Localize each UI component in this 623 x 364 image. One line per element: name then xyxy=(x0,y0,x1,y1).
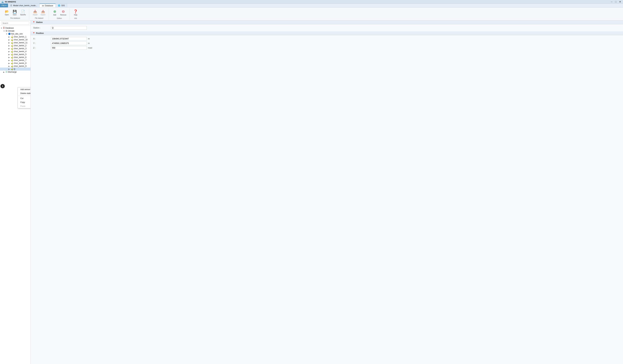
tree-item-chon-kemin-10[interactable]: ▶ ⛳ chon_kemin_10 xyxy=(0,38,30,41)
toolbar-section-info: ❓ Help Info xyxy=(70,8,81,20)
station-header-icon: 📍 xyxy=(33,21,35,23)
tree-item-chon-kemin-2[interactable]: ▶ ⛳ chon_kemin_2 xyxy=(0,44,30,47)
tree-item-chon-kemin-5[interactable]: ▶ ⛳ chon_kemin_5 xyxy=(0,53,30,56)
tab-database-label: Database xyxy=(45,4,53,7)
help-label: Help xyxy=(74,14,77,16)
tree-label-discharge: Discharge xyxy=(8,71,17,73)
tree-arrow-ck2[interactable]: ▶ xyxy=(8,45,10,47)
remove-button[interactable]: ⊖ Remove xyxy=(59,9,68,17)
station-value-input[interactable] xyxy=(51,26,87,30)
position-section: 📍 Position X : m Y : m Z : masl xyxy=(31,31,623,51)
tree-arrow-ck11[interactable]: ▶ xyxy=(8,42,10,44)
tree-arrow-ck1[interactable]: ▶ xyxy=(8,36,10,38)
station-section: 📍 Station Station : xyxy=(31,20,623,31)
file-database-label: File database xyxy=(10,17,20,19)
tree-item-q[interactable]: ▶ ⛳ Q xyxy=(0,68,30,71)
close-button[interactable]: ✕ xyxy=(619,0,622,3)
ctx-paste: Paste xyxy=(18,104,31,108)
file-menu[interactable]: File ▾ xyxy=(0,4,8,7)
tree-item-chon-kemin-9[interactable]: ▶ ⛳ chon_kemin_9 xyxy=(0,65,30,68)
tree-item-chon-kemin-7[interactable]: ▶ ⛳ chon_kemin_7 xyxy=(0,59,30,62)
tab-gis[interactable]: 🌐 GIS xyxy=(56,4,67,7)
tab-model[interactable]: 🗒 Model chon_kemin_mode... xyxy=(8,4,40,7)
saveas-label: SaveAs xyxy=(20,14,26,16)
station-icon-6: ⛳ xyxy=(11,56,13,59)
tree-arrow-hist[interactable]: ▼ xyxy=(6,33,8,35)
tree-item-climate[interactable]: ▼ ☰ Climate xyxy=(0,29,30,32)
tree-arrow-ck7[interactable]: ▶ xyxy=(8,60,10,61)
ctx-add-sensor[interactable]: Add sensor xyxy=(18,87,31,91)
tree-item-chon-kemin-11[interactable]: ▶ ⛳ chon_kemin_11 xyxy=(0,41,30,44)
maximize-button[interactable]: □ xyxy=(615,0,617,3)
tree-item-discharge[interactable]: ▶ ☰ Discharge xyxy=(0,71,30,73)
tree-arrow-q[interactable]: ▶ xyxy=(8,68,10,70)
tree-item-chon-kemin-4[interactable]: ▶ ⛳ chon_kemin_4 xyxy=(0,50,30,53)
tab-database[interactable]: 🗃 Database xyxy=(40,4,56,7)
open-button[interactable]: 📂 Open xyxy=(3,9,10,16)
tree-item-chon-kemin-3[interactable]: ▶ ⛳ chon_kemin_3 xyxy=(0,47,30,50)
tree-arrow-ck9[interactable]: ▶ xyxy=(8,65,10,67)
search-input[interactable] xyxy=(1,21,29,25)
import-button[interactable]: 📥 Import xyxy=(31,9,39,16)
tree-arrow-discharge[interactable]: ▶ xyxy=(3,71,5,73)
station-icon-7: ⛳ xyxy=(11,59,13,61)
tree-arrow-ck5[interactable]: ▶ xyxy=(8,54,10,55)
tree-item-chon-kemin-1[interactable]: ▶ ⛳ chon_kemin_1 xyxy=(0,35,30,38)
tree-arrow-ck4[interactable]: ▶ xyxy=(8,51,10,52)
station-icon-5: ⛳ xyxy=(11,53,13,56)
tree-item-chon-kemin-6[interactable]: ▶ ⛳ chon_kemin_6 xyxy=(0,56,30,59)
tree-item-database[interactable]: ▼ 🗄 Database xyxy=(0,26,30,29)
ctx-delete-station[interactable]: Delete station xyxy=(18,91,31,95)
tree-arrow-ck6[interactable]: ▶ xyxy=(8,57,10,58)
search-box xyxy=(0,20,30,26)
discharge-icon: ☰ xyxy=(5,71,7,73)
tree-arrow-ck10[interactable]: ▶ xyxy=(8,39,10,41)
export-label: Export xyxy=(41,14,45,16)
content-area: 📍 Station Station : 📍 Position X : m xyxy=(31,20,623,364)
context-menu: Add sensor Delete station Cut Copy Paste xyxy=(18,87,31,108)
z-value-input[interactable] xyxy=(51,46,87,50)
y-field-row: Y : m xyxy=(31,41,623,46)
export-button[interactable]: 📤 Export xyxy=(40,9,47,16)
station-icon-10: ⛳ xyxy=(11,39,13,41)
station-section-header: 📍 Station xyxy=(31,20,623,24)
save-button[interactable]: 💾 Save xyxy=(11,9,18,16)
position-section-body: X : m Y : m Z : masl xyxy=(31,35,623,51)
add-button[interactable]: ⊕ Add xyxy=(51,9,58,17)
tab-gis-label: GIS xyxy=(61,4,65,7)
x-value-input[interactable] xyxy=(51,37,87,40)
help-button[interactable]: ❓ Help xyxy=(72,9,79,17)
main-layout: 1 ▼ 🗄 Database ▼ ☰ Climate ▼ 🔵 hist_obs_… xyxy=(0,20,623,364)
tree-arrow-climate[interactable]: ▼ xyxy=(3,30,5,32)
z-unit: masl xyxy=(88,47,92,49)
x-field-row: X : m xyxy=(31,37,623,41)
tree-arrow-database[interactable]: ▼ xyxy=(1,27,3,29)
y-value-input[interactable] xyxy=(51,41,87,45)
remove-label: Remove xyxy=(60,14,66,16)
x-unit: m xyxy=(88,38,90,40)
tree-arrow-ck8[interactable]: ▶ xyxy=(8,62,10,64)
hist-icon: 🔵 xyxy=(8,33,11,35)
tree-label-ck7: chon_kemin_7 xyxy=(14,59,26,61)
window-controls: ─ □ ✕ xyxy=(610,0,622,3)
tree-label-ck1: chon_kemin_1 xyxy=(14,36,26,38)
minimize-button[interactable]: ─ xyxy=(610,0,613,3)
ctx-cut[interactable]: Cut xyxy=(18,96,31,100)
tree-item-hist-obs-rsm[interactable]: ▼ 🔵 hist_obs_rsm xyxy=(0,32,30,35)
export-icon: 📤 xyxy=(41,10,45,14)
tree-arrow-ck3[interactable]: ▶ xyxy=(8,48,10,49)
import-label: Import xyxy=(33,14,37,16)
file-menu-label: File ▾ xyxy=(2,4,6,7)
tree-item-chon-kemin-8[interactable]: ▶ ⛳ chon_kemin_8 xyxy=(0,62,30,65)
station-icon-9: ⛳ xyxy=(11,65,13,67)
tab-gis-icon: 🌐 xyxy=(58,4,60,7)
station-icon-3: ⛳ xyxy=(11,47,13,50)
ctx-copy[interactable]: Copy xyxy=(18,100,31,104)
saveas-button[interactable]: 📄 SaveAs xyxy=(19,9,27,16)
station-header-label: Station xyxy=(36,21,43,23)
station-icon-4: ⛳ xyxy=(11,50,13,53)
title-bar: 🌊 RS MINERVE ─ □ ✕ xyxy=(0,0,623,4)
station-section-body: Station : xyxy=(31,24,623,31)
edition-buttons: ⊕ Add ⊖ Remove xyxy=(51,9,68,17)
toolbar-section-edition: ⊕ Add ⊖ Remove Edition xyxy=(49,8,70,20)
